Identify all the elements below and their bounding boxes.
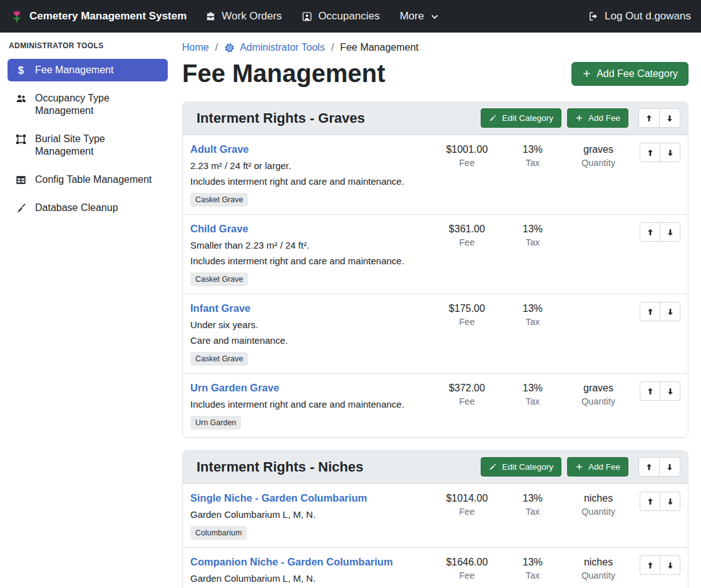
plus-icon <box>575 114 583 122</box>
nav-item-occupancies[interactable]: Occupancies <box>302 10 379 23</box>
fee-info: Single Niche - Garden Columbarium Garden… <box>190 492 432 540</box>
edit-category-label: Edit Category <box>502 462 553 472</box>
fee-name-link[interactable]: Child Grave <box>190 222 248 235</box>
quantity-value: graves <box>564 143 633 156</box>
nav-item-work-orders[interactable]: Work Orders <box>205 10 282 23</box>
fee-category-card-graves: Interment Rights - Graves Edit Category <box>182 101 688 438</box>
arrow-down-icon <box>665 463 674 472</box>
move-fee-down-button[interactable] <box>660 555 680 575</box>
fee-name-link[interactable]: Infant Grave <box>190 302 250 315</box>
breadcrumb-separator: / <box>331 42 334 53</box>
arrow-up-icon <box>645 114 653 123</box>
fee-reorder-group <box>640 492 680 511</box>
fee-tax: 13% Tax <box>501 143 564 168</box>
fee-value: $372.00 <box>432 381 501 395</box>
sidebar-item-config-table-management[interactable]: Config Table Management <box>8 168 168 191</box>
fee-row-urn-garden-grave: Urn Garden Grave Includes interment righ… <box>183 373 688 437</box>
sidebar-item-burial-site-type-management[interactable]: Burial Site Type Management <box>8 128 168 163</box>
logout-icon <box>588 11 599 22</box>
move-category-up-button[interactable] <box>638 108 660 128</box>
fee-label: Fee <box>432 507 501 517</box>
arrow-down-icon <box>666 497 675 506</box>
category-title: Interment Rights - Graves <box>197 110 481 126</box>
app-brand-label: Cemetery Management System <box>29 10 187 23</box>
move-fee-up-button[interactable] <box>640 143 660 162</box>
fee-label: Fee <box>432 396 501 406</box>
fee-name-link[interactable]: Companion Niche - Garden Columbarium <box>190 555 393 569</box>
move-category-down-button[interactable] <box>659 457 680 477</box>
tax-value: 13% <box>501 492 564 505</box>
sidebar-item-fee-management[interactable]: $ Fee Management <box>8 59 168 81</box>
fee-reorder-group <box>640 302 680 321</box>
pencil-icon <box>489 463 497 471</box>
tax-value: 13% <box>501 222 564 235</box>
move-fee-up-button[interactable] <box>640 492 660 511</box>
fee-type-badge: Casket Grave <box>190 352 248 366</box>
sidebar-item-label: Fee Management <box>35 64 154 76</box>
fee-row-child-grave: Child Grave Smaller than 2.23 m² / 24 ft… <box>183 214 688 294</box>
add-fee-button[interactable]: Add Fee <box>567 108 628 128</box>
fee-quantity: niches Quantity <box>564 492 633 517</box>
move-fee-down-button[interactable] <box>660 143 680 162</box>
edit-category-button[interactable]: Edit Category <box>481 108 561 128</box>
category-reorder-group <box>638 457 680 477</box>
move-fee-up-button[interactable] <box>640 222 660 242</box>
breadcrumb-admin-tools-link[interactable]: Administrator Tools <box>224 42 325 53</box>
fee-description: Includes interment right and care and ma… <box>190 398 432 410</box>
fee-value: $1001.00 <box>432 143 501 156</box>
move-fee-down-button[interactable] <box>660 302 680 321</box>
move-category-up-button[interactable] <box>638 457 660 477</box>
fee-value: $1014.00 <box>432 492 501 505</box>
move-category-down-button[interactable] <box>659 108 680 128</box>
nav-item-label: Work Orders <box>222 10 282 23</box>
fee-value: $1646.00 <box>432 555 501 569</box>
nav-item-label: Occupancies <box>318 10 379 23</box>
logout-label: Log Out d.gowans <box>605 10 691 23</box>
fee-amount: $1001.00 Fee <box>432 143 501 168</box>
move-fee-down-button[interactable] <box>660 222 680 242</box>
logout-button[interactable]: Log Out d.gowans <box>588 10 691 23</box>
fee-label: Fee <box>432 570 501 580</box>
fee-row-single-niche: Single Niche - Garden Columbarium Garden… <box>183 483 688 547</box>
move-fee-up-button[interactable] <box>640 381 660 401</box>
tax-value: 13% <box>501 381 564 395</box>
move-fee-down-button[interactable] <box>660 381 680 401</box>
fee-type-badge: Urn Garden <box>190 416 241 430</box>
arrow-up-icon <box>646 561 655 570</box>
category-title: Interment Rights - Niches <box>197 459 481 475</box>
sidebar-item-database-cleanup[interactable]: Database Cleanup <box>8 197 168 219</box>
fee-info: Companion Niche - Garden Columbarium Gar… <box>190 555 432 588</box>
arrow-down-icon <box>666 148 675 157</box>
sidebar-item-label: Burial Site Type Management <box>35 133 154 158</box>
sidebar-item-occupancy-type-management[interactable]: Occupancy Type Management <box>8 87 168 122</box>
fee-reorder-group <box>640 555 680 575</box>
fee-name-link[interactable]: Adult Grave <box>190 143 249 156</box>
fee-tax: 13% Tax <box>501 381 564 406</box>
quantity-value: graves <box>564 381 633 395</box>
fee-description: Under six years. <box>190 319 432 331</box>
page-header: Fee Management Add Fee Category <box>182 59 688 88</box>
breadcrumb-separator: / <box>215 42 218 53</box>
add-fee-category-button[interactable]: Add Fee Category <box>571 62 688 86</box>
fee-row-infant-grave: Infant Grave Under six years. Care and m… <box>183 294 688 373</box>
sidebar: ADMINISTRATOR TOOLS $ Fee Management Occ… <box>0 33 175 588</box>
fee-description: Garden Columbarium L, M, N. <box>190 572 432 584</box>
breadcrumb: Home / Administrator Tools / Fee Managem… <box>182 42 688 53</box>
arrow-down-icon <box>666 561 675 570</box>
arrow-down-icon <box>666 307 675 316</box>
fee-name-link[interactable]: Urn Garden Grave <box>190 381 279 395</box>
broom-icon <box>15 202 27 214</box>
arrow-up-icon <box>646 228 655 237</box>
edit-category-button[interactable]: Edit Category <box>481 457 561 477</box>
app-brand[interactable]: Cemetery Management System <box>10 9 187 23</box>
move-fee-down-button[interactable] <box>660 492 680 511</box>
people-icon <box>15 93 27 105</box>
add-fee-button[interactable]: Add Fee <box>567 457 628 477</box>
breadcrumb-home-link[interactable]: Home <box>182 42 209 53</box>
move-fee-up-button[interactable] <box>640 555 660 575</box>
nav-item-more[interactable]: More <box>400 10 439 23</box>
fee-name-link[interactable]: Single Niche - Garden Columbarium <box>190 492 367 505</box>
move-fee-up-button[interactable] <box>640 302 660 321</box>
fee-description: Smaller than 2.23 m² / 24 ft². <box>190 239 432 251</box>
fee-value: $361.00 <box>432 222 501 235</box>
